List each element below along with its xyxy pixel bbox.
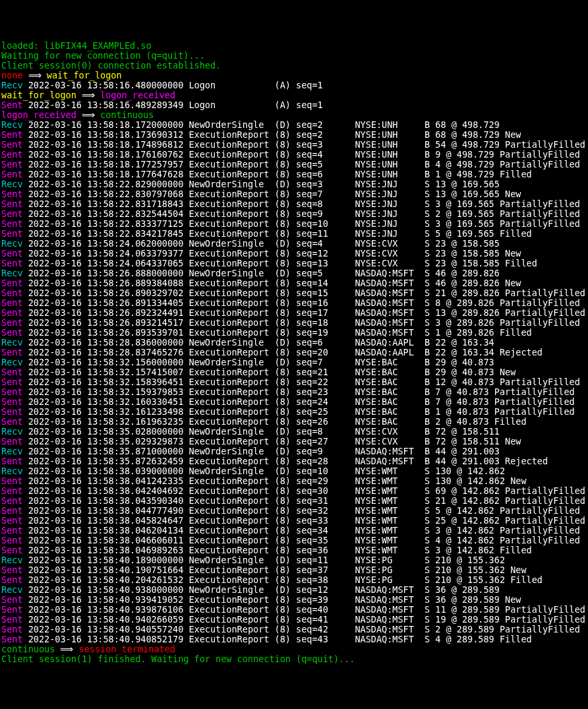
direction-sent: Sent bbox=[1, 100, 23, 110]
direction-recv: Recv bbox=[1, 555, 23, 565]
log-detail: 2022-03-16 13:58:22.832544504 ExecutionR… bbox=[23, 208, 580, 219]
log-row: Sent 2022-03-16 13:58:16.489289349 Logon… bbox=[1, 100, 323, 110]
log-detail: 2022-03-16 13:58:40.940557240 ExecutionR… bbox=[23, 624, 580, 634]
direction-sent: Sent bbox=[1, 406, 23, 417]
log-detail: 2022-03-16 13:58:26.890329702 ExecutionR… bbox=[23, 288, 585, 298]
finished-line: Client session(1) finished. Waiting for … bbox=[1, 654, 355, 664]
direction-sent: Sent bbox=[1, 258, 23, 268]
log-detail: 2022-03-16 13:58:18.173690312 ExecutionR… bbox=[23, 129, 521, 140]
terminal-output: loaded: libFIX44_EXAMPLEd.so Waiting for… bbox=[1, 41, 587, 664]
log-row: Sent 2022-03-16 13:58:22.830797068 Execu… bbox=[1, 189, 521, 199]
log-detail: 2022-03-16 13:58:32.156000000 NewOrderSi… bbox=[23, 357, 494, 367]
direction-sent: Sent bbox=[1, 456, 23, 466]
log-row: Sent 2022-03-16 13:58:40.204261532 Execu… bbox=[1, 574, 543, 585]
state-transition: continuous ⟹ session_terminated bbox=[1, 644, 175, 654]
log-row: Sent 2022-03-16 13:58:24.064337065 Execu… bbox=[1, 258, 537, 268]
state-to: logon_received bbox=[100, 90, 175, 100]
log-row: Sent 2022-03-16 13:58:40.940266059 Execu… bbox=[1, 614, 585, 625]
log-row: Recv 2022-03-16 13:58:35.028000000 NewOr… bbox=[1, 426, 500, 437]
log-row: Sent 2022-03-16 13:58:18.176160762 Execu… bbox=[1, 149, 580, 160]
log-detail: 2022-03-16 13:58:26.889384088 ExecutionR… bbox=[23, 278, 521, 288]
direction-sent: Sent bbox=[1, 248, 23, 259]
log-row: Sent 2022-03-16 13:58:35.029329873 Execu… bbox=[1, 436, 521, 447]
log-row: Recv 2022-03-16 13:58:18.172000000 NewOr… bbox=[1, 119, 500, 130]
direction-sent: Sent bbox=[1, 189, 23, 199]
log-detail: 2022-03-16 13:58:40.940266059 ExecutionR… bbox=[23, 614, 585, 625]
log-detail: 2022-03-16 13:58:38.046989263 ExecutionR… bbox=[23, 545, 532, 555]
log-detail: 2022-03-16 13:58:32.160330451 ExecutionR… bbox=[23, 396, 575, 407]
log-detail: 2022-03-16 13:58:22.830797068 ExecutionR… bbox=[23, 189, 521, 199]
log-row: Recv 2022-03-16 13:58:28.836000000 NewOr… bbox=[1, 337, 494, 348]
direction-sent: Sent bbox=[1, 495, 23, 506]
log-row: Sent 2022-03-16 13:58:18.173690312 Execu… bbox=[1, 129, 521, 140]
log-detail: 2022-03-16 13:58:18.176160762 ExecutionR… bbox=[23, 149, 580, 160]
direction-sent: Sent bbox=[1, 525, 23, 536]
direction-sent: Sent bbox=[1, 228, 23, 239]
state-from: continuous bbox=[1, 644, 55, 654]
log-row: Sent 2022-03-16 13:58:18.174896812 Execu… bbox=[1, 139, 585, 150]
direction-recv: Recv bbox=[1, 179, 23, 189]
log-detail: 2022-03-16 13:58:26.891334405 ExecutionR… bbox=[23, 297, 580, 308]
log-row: Sent 2022-03-16 13:58:26.892324491 Execu… bbox=[1, 307, 585, 318]
log-row: Sent 2022-03-16 13:58:40.939419052 Execu… bbox=[1, 594, 521, 605]
log-detail: 2022-03-16 13:58:22.831718843 ExecutionR… bbox=[23, 199, 580, 209]
state-from: none bbox=[1, 70, 23, 80]
direction-sent: Sent bbox=[1, 218, 23, 229]
loaded-line: loaded: libFIX44_EXAMPLEd.so bbox=[1, 40, 152, 51]
log-detail: 2022-03-16 13:58:18.177257957 ExecutionR… bbox=[23, 159, 580, 170]
state-from: logon_received bbox=[1, 109, 76, 120]
log-row: Sent 2022-03-16 13:58:38.046606011 Execu… bbox=[1, 535, 580, 545]
direction-sent: Sent bbox=[1, 396, 23, 407]
log-row: Sent 2022-03-16 13:58:26.890329702 Execu… bbox=[1, 288, 585, 298]
direction-sent: Sent bbox=[1, 565, 23, 575]
log-detail: 2022-03-16 13:58:18.172000000 NewOrderSi… bbox=[23, 119, 500, 130]
direction-sent: Sent bbox=[1, 288, 23, 298]
log-row: Recv 2022-03-16 13:58:16.480000000 Logon… bbox=[1, 80, 323, 90]
direction-sent: Sent bbox=[1, 347, 23, 357]
log-row: Sent 2022-03-16 13:58:40.940557240 Execu… bbox=[1, 624, 580, 634]
state-transition: logon_received ⟹ continuous bbox=[1, 109, 154, 120]
state-to: continuous bbox=[100, 109, 154, 120]
log-detail: 2022-03-16 13:58:38.043590340 ExecutionR… bbox=[23, 495, 585, 506]
direction-sent: Sent bbox=[1, 515, 23, 526]
log-detail: 2022-03-16 13:58:40.204261532 ExecutionR… bbox=[23, 574, 543, 585]
log-detail: 2022-03-16 13:58:40.939876106 ExecutionR… bbox=[23, 604, 585, 615]
direction-sent: Sent bbox=[1, 367, 23, 377]
direction-recv: Recv bbox=[1, 584, 23, 595]
log-row: Sent 2022-03-16 13:58:38.045824647 Execu… bbox=[1, 515, 585, 526]
log-row: Recv 2022-03-16 13:58:38.039000000 NewOr… bbox=[1, 466, 505, 476]
log-row: Recv 2022-03-16 13:58:24.062000000 NewOr… bbox=[1, 238, 500, 249]
direction-sent: Sent bbox=[1, 129, 23, 140]
direction-sent: Sent bbox=[1, 535, 23, 545]
log-row: Sent 2022-03-16 13:58:32.157415007 Execu… bbox=[1, 367, 515, 377]
log-row: Sent 2022-03-16 13:58:32.158396451 Execu… bbox=[1, 377, 580, 387]
log-row: Recv 2022-03-16 13:58:26.888000000 NewOr… bbox=[1, 268, 500, 278]
log-row: Sent 2022-03-16 13:58:22.831718843 Execu… bbox=[1, 199, 580, 209]
direction-sent: Sent bbox=[1, 485, 23, 496]
log-row: Sent 2022-03-16 13:58:22.834217845 Execu… bbox=[1, 228, 532, 239]
log-row: Sent 2022-03-16 13:58:26.889384088 Execu… bbox=[1, 278, 521, 288]
direction-sent: Sent bbox=[1, 614, 23, 625]
direction-sent: Sent bbox=[1, 327, 23, 338]
log-detail: 2022-03-16 13:58:38.046204134 ExecutionR… bbox=[23, 525, 580, 536]
direction-sent: Sent bbox=[1, 624, 23, 634]
log-row: Sent 2022-03-16 13:58:32.161963235 Execu… bbox=[1, 416, 527, 427]
direction-sent: Sent bbox=[1, 386, 23, 397]
log-row: Sent 2022-03-16 13:58:32.160330451 Execu… bbox=[1, 396, 575, 407]
log-detail: 2022-03-16 13:58:40.939419052 ExecutionR… bbox=[23, 594, 521, 605]
log-detail: 2022-03-16 13:58:22.829000000 NewOrderSi… bbox=[23, 179, 500, 189]
log-detail: 2022-03-16 13:58:24.063379377 ExecutionR… bbox=[23, 248, 521, 259]
log-row: Sent 2022-03-16 13:58:22.833377125 Execu… bbox=[1, 218, 580, 229]
log-detail: 2022-03-16 13:58:38.046606011 ExecutionR… bbox=[23, 535, 580, 545]
direction-recv: Recv bbox=[1, 337, 23, 348]
direction-sent: Sent bbox=[1, 159, 23, 170]
log-row: Sent 2022-03-16 13:58:38.044777490 Execu… bbox=[1, 505, 580, 516]
direction-sent: Sent bbox=[1, 149, 23, 160]
log-detail: 2022-03-16 13:58:22.834217845 ExecutionR… bbox=[23, 228, 532, 239]
direction-recv: Recv bbox=[1, 426, 23, 437]
direction-sent: Sent bbox=[1, 377, 23, 387]
log-rows: Recv 2022-03-16 13:58:18.172000000 NewOr… bbox=[1, 120, 587, 644]
log-row: Sent 2022-03-16 13:58:18.177257957 Execu… bbox=[1, 159, 580, 170]
log-detail: 2022-03-16 13:58:28.837465276 ExecutionR… bbox=[23, 347, 543, 357]
log-detail: 2022-03-16 13:58:26.888000000 NewOrderSi… bbox=[23, 268, 500, 278]
